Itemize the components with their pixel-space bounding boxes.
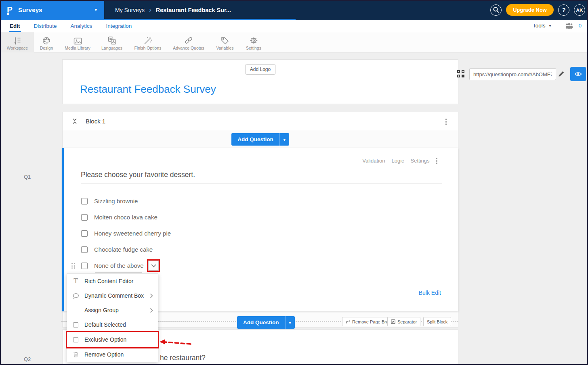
upgrade-now-button[interactable]: Upgrade Now [506, 4, 554, 16]
option-checkbox[interactable] [81, 246, 88, 253]
chevron-down-icon: ▾ [549, 23, 551, 28]
drag-handle-icon[interactable] [71, 263, 75, 269]
rich-text-icon: T [72, 278, 79, 284]
trash-icon [72, 351, 79, 358]
toolbar-item-finish-options[interactable]: Finish Options [130, 32, 166, 52]
tools-menu[interactable]: Tools [533, 23, 546, 29]
workspace-icon [1, 34, 34, 45]
search-button[interactable] [490, 4, 502, 16]
toolbar-item-design[interactable]: Design [35, 32, 58, 52]
breadcrumb-current-survey: Restaurant Feedback Sur... [156, 7, 231, 13]
menu-item-default-selected[interactable]: Default Selected [67, 317, 158, 332]
tab-distribute[interactable]: Distribute [33, 23, 58, 32]
question2-partial-text: he restaurant? [160, 354, 206, 362]
option-label[interactable]: Chocolate fudge cake [94, 246, 153, 253]
option-checkbox[interactable] [81, 263, 88, 269]
survey-header-card: Add Logo Restaurant Feedback Survey [62, 59, 458, 104]
annotation-arrow-icon [159, 338, 194, 348]
tab-analytics[interactable]: Analytics [70, 23, 93, 32]
menu-item-dynamic-comment-box[interactable]: Dynamic Comment Box [67, 288, 158, 303]
editor-toolbar: Workspace Design Media Library [1, 32, 588, 52]
media-library-icon [61, 34, 94, 45]
chevron-down-icon [151, 264, 156, 267]
block-menu-kebab-icon[interactable] [445, 119, 447, 125]
variables-tag-icon [212, 34, 238, 45]
eye-icon [574, 71, 582, 77]
option-label[interactable]: None of the above [94, 262, 144, 269]
option-label[interactable]: Molten choco lava cake [94, 214, 158, 221]
toolbar-item-advance-quotas[interactable]: Advance Quotas [168, 32, 209, 52]
qr-code-icon[interactable] [457, 70, 465, 79]
option-checkbox[interactable] [81, 198, 88, 204]
logic-link[interactable]: Logic [391, 158, 404, 164]
tab-edit[interactable]: Edit [9, 23, 21, 32]
comment-bubble-icon [72, 293, 79, 299]
languages-icon [97, 34, 127, 45]
add-question-button[interactable]: Add Question ▾ [231, 133, 289, 146]
tab-integration[interactable]: Integration [105, 23, 133, 32]
progress-bar-track [296, 19, 588, 20]
avatar[interactable]: AK [574, 4, 585, 16]
collaborators-icon [565, 23, 573, 29]
chevron-down-icon: ▾ [94, 7, 97, 13]
answer-option-row: Honey sweetened cherry pie [81, 230, 171, 237]
option-checkbox[interactable] [81, 230, 88, 237]
option-label[interactable]: Sizzling brownie [94, 198, 138, 204]
settings-link[interactable]: Settings [411, 158, 430, 164]
toolbar-item-media-library[interactable]: Media Library [61, 32, 94, 52]
edit-url-pencil-icon[interactable] [558, 70, 565, 79]
option-dropdown-button[interactable] [148, 261, 159, 271]
top-bar: P Surveys ▾ My Surveys › Restaurant Feed… [1, 1, 588, 19]
collapse-block-icon[interactable] [71, 118, 78, 126]
settings-gear-icon [241, 34, 267, 45]
question2-id-label: Q2 [24, 356, 31, 362]
breadcrumb-separator-icon: › [149, 6, 151, 13]
checkbox-icon [72, 337, 79, 342]
nav-right: Tools ▾ 0 [533, 19, 582, 32]
product-switcher[interactable]: P Surveys ▾ [1, 1, 104, 19]
add-question-button-2[interactable]: Add Question ▾ [237, 316, 295, 329]
chevron-down-icon[interactable]: ▾ [285, 316, 295, 329]
checked-checkbox-icon [391, 319, 395, 324]
topbar-actions: Upgrade Now ? AK [490, 1, 585, 19]
validation-link[interactable]: Validation [362, 158, 385, 164]
menu-item-remove-option[interactable]: Remove Option [67, 347, 158, 362]
menu-item-assign-group[interactable]: Assign Group [67, 303, 158, 317]
design-palette-icon [35, 34, 58, 45]
menu-item-exclusive-option[interactable]: Exclusive Option [67, 332, 158, 347]
help-button[interactable]: ? [558, 4, 569, 16]
questionpro-logo-icon: P [6, 5, 15, 15]
section-tabs: Edit Distribute Analytics Integration [9, 19, 132, 32]
bulk-edit-link[interactable]: Bulk Edit [419, 290, 441, 296]
breadcrumb-my-surveys[interactable]: My Surveys [115, 7, 145, 13]
question-menu-kebab-icon[interactable] [436, 158, 438, 164]
toolbar-item-workspace[interactable]: Workspace [1, 32, 34, 52]
toolbar-item-variables[interactable]: Variables [212, 32, 238, 52]
finish-options-wand-icon [130, 34, 166, 45]
submenu-chevron-right-icon [150, 293, 153, 298]
toolbar-item-settings[interactable]: Settings [241, 32, 267, 52]
add-logo-button[interactable]: Add Logo [245, 64, 275, 75]
toolbar-item-languages[interactable]: Languages [97, 32, 127, 52]
menu-item-rich-content-editor[interactable]: T Rich Content Editor [67, 274, 158, 288]
separator-button[interactable]: Separator [387, 317, 420, 326]
preview-button[interactable] [570, 67, 586, 81]
survey-url-input[interactable] [469, 68, 556, 80]
option-context-menu: T Rich Content Editor Dynamic Comment Bo… [67, 273, 158, 362]
survey-title[interactable]: Restaurant Feedback Survey [80, 83, 216, 96]
svg-text:P: P [7, 5, 13, 14]
question-divider [81, 183, 442, 184]
option-label[interactable]: Honey sweetened cherry pie [94, 230, 171, 237]
option-checkbox[interactable] [81, 214, 88, 221]
progress-bar-fill [1, 19, 296, 20]
section-nav: Edit Distribute Analytics Integration To… [1, 19, 588, 32]
checkbox-icon [72, 322, 79, 327]
block-title[interactable]: Block 1 [86, 118, 105, 125]
answer-option-row-active: None of the above [81, 262, 144, 269]
block-header: Block 1 [63, 112, 458, 130]
option-dropdown-highlight [147, 259, 160, 272]
split-block-button[interactable]: Split Block [423, 317, 451, 326]
question-text[interactable]: Please choose your favorite dessert. [81, 171, 195, 179]
chevron-down-icon[interactable]: ▾ [279, 133, 289, 146]
collaborators-count[interactable]: 0 [578, 23, 582, 29]
